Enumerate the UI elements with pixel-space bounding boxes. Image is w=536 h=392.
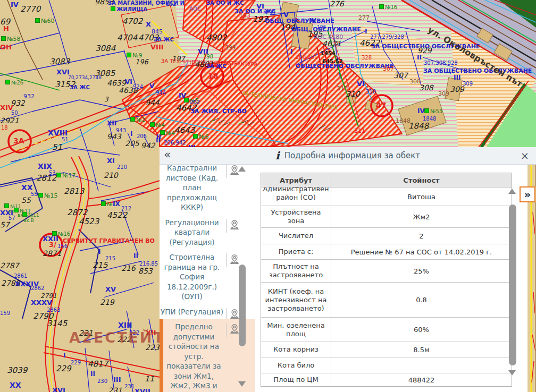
map-label: 4523 (79, 218, 99, 226)
map-label: 1848 (396, 118, 411, 124)
map-label: 4522 (107, 211, 127, 219)
map-label: 2812 (36, 174, 56, 182)
layer-item-label: Регулационни квартали (Регулация) (161, 218, 223, 248)
parcel-marker-icon (193, 134, 198, 139)
map-label: 276 (330, 0, 344, 7)
scroll-down-icon[interactable] (238, 381, 246, 387)
map-label: ЗА ОБЩЕСТВЕНО ОБСЛУЖВАНЕ (423, 68, 532, 74)
table-row: Площ по ЦМ488422 (261, 373, 512, 386)
map-label: №6 (193, 134, 208, 140)
map-label: 1848 (408, 122, 429, 130)
map-label: II (133, 253, 138, 259)
map-label: ОБЩЕСТВЕНО ОБСЛУЖВАНЕ (296, 63, 393, 69)
info-icon: i (275, 149, 280, 162)
map-label: 193 (239, 13, 250, 19)
map-label: 4702 (122, 18, 143, 25)
map-label: 308 (419, 84, 433, 91)
map-label: 230 (97, 379, 107, 384)
map-label: 929 (417, 47, 432, 54)
map-label: I (365, 28, 367, 35)
parcel-marker-icon (424, 108, 429, 113)
map-label: IV (309, 18, 316, 24)
map-label: XX (10, 381, 21, 389)
map-label: 943 (107, 133, 121, 140)
map-label: 2787 (0, 262, 19, 269)
table-scroll-up-icon[interactable] (508, 189, 516, 194)
sidebar-scrollbar[interactable] (238, 165, 247, 392)
parcel-marker-icon (5, 80, 10, 84)
gis-app-window: IV2770№6069Н№58ОН9853ЗА МАГАЗИНИ, ОФИСИ … (0, 0, 536, 392)
map-label: А2ЕСТЕЙТ (69, 330, 165, 345)
scroll-up-icon[interactable] (238, 166, 246, 172)
parcel-marker-icon (38, 193, 43, 198)
map-label: XIII (118, 321, 132, 329)
attribute-cell: КИНТ (коеф. на интензивност на застроява… (261, 283, 331, 317)
attribute-table: Атрибут Стойност Административен район (… (261, 173, 512, 387)
map-label: XX (21, 184, 33, 191)
table-row: Приета с:Решение № 67 на СОС от 14.02.20… (261, 244, 512, 260)
map-label: 3/ (49, 241, 56, 248)
map-label: 51 (62, 137, 69, 142)
map-label: 229 (56, 365, 71, 373)
parcel-marker-icon (184, 98, 189, 103)
table-scroll-down-icon[interactable] (508, 370, 516, 376)
map-label: 328 (362, 55, 372, 61)
map-label: 198 (203, 54, 213, 59)
map-label: ЗА ЖС (206, 64, 227, 69)
map-label: №9 (127, 53, 142, 58)
map-label: 3039 (7, 367, 27, 374)
map-label: 199 (225, 45, 236, 50)
map-label: XVI (52, 387, 65, 392)
collapse-panel-icon[interactable]: « (164, 148, 171, 161)
attribute-cell: Кота корниз (261, 342, 331, 357)
map-label: II (90, 371, 95, 377)
column-header-attribute: Атрибут (261, 173, 331, 187)
layer-item-label: Строителна граница на гр. София 18.12.20… (161, 252, 223, 302)
map-label: №4 (150, 122, 165, 128)
layer-item-label: Кадастрални листове (Кад. план предхожда… (161, 165, 223, 212)
map-label: 11 (145, 375, 154, 382)
map-label: 2921 (0, 117, 19, 124)
map-label: I (130, 131, 132, 137)
map-label: 231 (108, 387, 122, 392)
layer-item-label: УПИ (Регулация) (161, 307, 223, 317)
parcel-marker-icon (22, 212, 27, 217)
attribute-cell: Числител (261, 228, 331, 244)
scrollbar-thumb[interactable] (239, 265, 246, 346)
map-label: 309 (463, 81, 473, 87)
map-label: 18 (1, 125, 8, 131)
map-label: 2770 (20, 5, 40, 13)
map-label: ОБЩ. ОБСЛУЖВАНЕ (265, 18, 334, 24)
expand-panel-button[interactable]: » (520, 186, 535, 202)
map-label: 4817 (88, 360, 108, 368)
map-label: I (98, 249, 100, 255)
table-row: Числител2 (261, 228, 512, 244)
map-label: №17 (56, 173, 76, 178)
map-label: 219 (100, 299, 114, 306)
map-label: 196 (135, 58, 148, 65)
close-icon[interactable]: × (521, 150, 529, 161)
attribute-cell: Административен район (СО) (261, 188, 331, 206)
map-label: 2862 (31, 286, 44, 291)
map-label: 57 (0, 221, 10, 228)
map-label: III (113, 376, 121, 383)
parcel-marker-icon (101, 201, 106, 206)
value-cell (331, 357, 512, 373)
map-label: 942 (141, 142, 155, 149)
parcel-marker-icon (130, 117, 135, 122)
map-label: 944 (145, 99, 160, 106)
map-label: III (454, 74, 460, 81)
map-label: 1454 (321, 51, 336, 56)
map-label: 229 (71, 360, 81, 365)
table-body: Административен район (СО)ВитошаУстройст… (261, 188, 512, 386)
map-label: 307,308,928 (424, 61, 458, 66)
table-scrollbar-thumb[interactable] (509, 204, 516, 365)
attribute-table-panel: Атрибут Стойност Административен район (… (255, 165, 527, 392)
map-label: №60 (35, 18, 54, 24)
map-label: I (290, 48, 292, 55)
value-cell: 488422 (331, 373, 512, 386)
map-label: ОБЩ. ОБСЛУЖВАНЕ (291, 27, 361, 32)
value-cell: 2 (331, 228, 512, 244)
attribute-cell: Приета с: (261, 244, 331, 259)
map-label: 307 (393, 72, 408, 79)
